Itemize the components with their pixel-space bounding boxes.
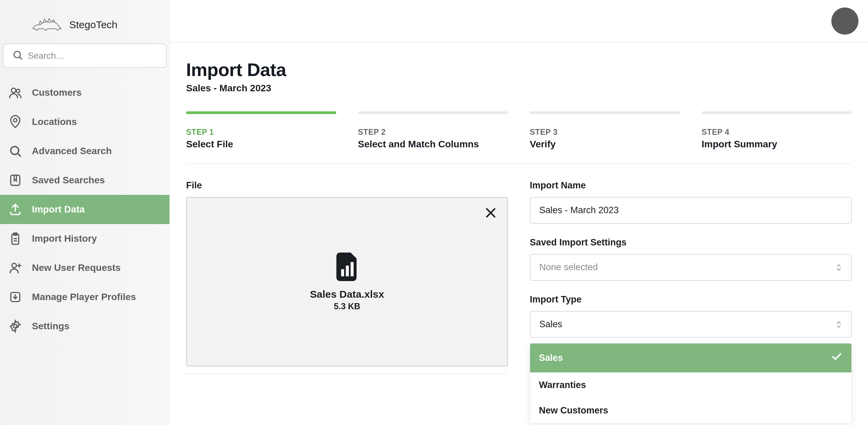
select-value: Sales bbox=[539, 319, 562, 330]
step-4[interactable]: STEP 4 Import Summary bbox=[702, 111, 852, 150]
chevron-up-down-icon bbox=[835, 320, 842, 329]
step-title: Verify bbox=[530, 139, 680, 150]
sidebar-item-label: Import History bbox=[32, 233, 97, 244]
sidebar-item-saved-searches[interactable]: Saved Searches bbox=[0, 166, 169, 195]
magnify-icon bbox=[8, 144, 22, 158]
settings-column: Import Name Saved Import Settings None s… bbox=[530, 180, 852, 374]
bookmark-icon bbox=[8, 173, 22, 187]
svg-point-10 bbox=[12, 263, 16, 268]
file-label: File bbox=[186, 180, 508, 191]
option-label: Warranties bbox=[539, 380, 586, 390]
file-size: 5.3 KB bbox=[334, 301, 360, 311]
step-bar bbox=[358, 111, 508, 114]
dropdown-option-warranties[interactable]: Warranties bbox=[530, 372, 851, 398]
svg-point-2 bbox=[11, 88, 16, 93]
step-3[interactable]: STEP 3 Verify bbox=[530, 111, 680, 150]
svg-rect-17 bbox=[351, 262, 354, 276]
divider bbox=[186, 373, 508, 374]
sidebar-item-advanced-search[interactable]: Advanced Search bbox=[0, 136, 169, 166]
check-icon bbox=[831, 351, 843, 365]
sidebar-item-customers[interactable]: Customers bbox=[0, 78, 169, 107]
step-bar bbox=[702, 111, 852, 114]
upload-icon bbox=[8, 202, 22, 217]
svg-point-4 bbox=[14, 118, 17, 122]
brand-name: StegoTech bbox=[69, 19, 117, 31]
sidebar-item-import-history[interactable]: Import History bbox=[0, 224, 169, 253]
option-label: New Customers bbox=[539, 405, 608, 416]
svg-point-3 bbox=[16, 89, 20, 93]
form-area: File Sales Data.xlsx 5.3 KB Import Name bbox=[186, 180, 852, 374]
brand-logo-icon bbox=[31, 16, 65, 33]
sidebar-item-new-user-requests[interactable]: New User Requests bbox=[0, 253, 169, 282]
svg-rect-16 bbox=[346, 265, 349, 276]
clipboard-icon bbox=[8, 232, 22, 246]
search-icon bbox=[12, 50, 23, 62]
import-type-group: Import Type Sales Sales bbox=[530, 294, 852, 338]
import-name-input[interactable] bbox=[530, 197, 852, 224]
chevron-up-down-icon bbox=[835, 263, 842, 272]
sidebar-item-label: Manage Player Profiles bbox=[32, 292, 136, 302]
content: Import Data Sales - March 2023 STEP 1 Se… bbox=[170, 43, 868, 425]
page-title: Import Data bbox=[186, 59, 852, 80]
user-plus-icon bbox=[8, 261, 22, 275]
sidebar-item-manage-player-profiles[interactable]: Manage Player Profiles bbox=[0, 282, 169, 312]
search-box[interactable] bbox=[3, 43, 167, 68]
saved-settings-group: Saved Import Settings None selected bbox=[530, 237, 852, 281]
file-name: Sales Data.xlsx bbox=[310, 289, 384, 300]
file-drop-zone[interactable]: Sales Data.xlsx 5.3 KB bbox=[186, 197, 508, 367]
nav: Customers Locations Advanced Search Save… bbox=[0, 78, 169, 341]
search-input[interactable] bbox=[28, 51, 157, 61]
step-title: Select File bbox=[186, 139, 336, 150]
dropdown-option-new-customers[interactable]: New Customers bbox=[530, 398, 851, 423]
sidebar-item-label: Import Data bbox=[32, 204, 85, 215]
download-box-icon bbox=[8, 290, 22, 304]
import-type-dropdown: Sales Warranties New Customers bbox=[530, 343, 852, 424]
saved-settings-select[interactable]: None selected bbox=[530, 254, 852, 281]
step-label: STEP 4 bbox=[702, 128, 852, 137]
step-bar bbox=[186, 111, 336, 114]
file-chart-icon bbox=[335, 253, 359, 282]
sidebar-item-label: Saved Searches bbox=[32, 175, 105, 186]
avatar[interactable] bbox=[831, 7, 858, 35]
sidebar: StegoTech Customers Locations bbox=[0, 0, 170, 425]
import-type-select[interactable]: Sales bbox=[530, 311, 852, 338]
topbar bbox=[170, 0, 868, 43]
step-label: STEP 3 bbox=[530, 128, 680, 137]
import-name-group: Import Name bbox=[530, 180, 852, 224]
sidebar-item-locations[interactable]: Locations bbox=[0, 107, 169, 136]
step-2[interactable]: STEP 2 Select and Match Columns bbox=[358, 111, 508, 150]
location-pin-icon bbox=[8, 115, 22, 129]
step-1[interactable]: STEP 1 Select File bbox=[186, 111, 336, 150]
sidebar-item-label: Customers bbox=[32, 87, 82, 98]
step-title: Import Summary bbox=[702, 139, 852, 150]
page-subtitle: Sales - March 2023 bbox=[186, 83, 852, 94]
search-wrap bbox=[0, 43, 169, 78]
brand: StegoTech bbox=[0, 10, 169, 43]
option-label: Sales bbox=[539, 353, 563, 363]
sidebar-item-label: Advanced Search bbox=[32, 146, 112, 156]
sidebar-item-label: New User Requests bbox=[32, 262, 121, 273]
sidebar-item-settings[interactable]: Settings bbox=[0, 312, 169, 341]
svg-rect-15 bbox=[341, 269, 344, 276]
stepper: STEP 1 Select File STEP 2 Select and Mat… bbox=[186, 111, 852, 164]
svg-line-1 bbox=[20, 57, 22, 59]
close-icon[interactable] bbox=[484, 206, 498, 221]
svg-line-6 bbox=[18, 153, 20, 156]
sidebar-item-label: Locations bbox=[32, 116, 77, 127]
saved-settings-label: Saved Import Settings bbox=[530, 237, 852, 248]
sidebar-item-label: Settings bbox=[32, 321, 69, 332]
import-type-label: Import Type bbox=[530, 294, 852, 305]
sidebar-item-import-data[interactable]: Import Data bbox=[0, 195, 169, 224]
users-icon bbox=[8, 86, 22, 100]
import-name-label: Import Name bbox=[530, 180, 852, 191]
step-title: Select and Match Columns bbox=[358, 139, 508, 150]
gear-icon bbox=[8, 319, 22, 333]
step-bar bbox=[530, 111, 680, 114]
main: Import Data Sales - March 2023 STEP 1 Se… bbox=[170, 0, 868, 425]
dropdown-option-sales[interactable]: Sales bbox=[530, 344, 851, 372]
select-value: None selected bbox=[539, 262, 598, 273]
step-label: STEP 2 bbox=[358, 128, 508, 137]
file-column: File Sales Data.xlsx 5.3 KB bbox=[186, 180, 508, 374]
step-label: STEP 1 bbox=[186, 128, 336, 137]
